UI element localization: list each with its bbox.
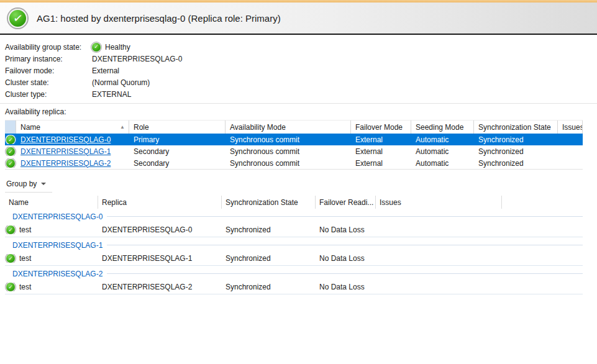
ag-dashboard: ✓ AG1: hosted by dxenterprisesqlag-0 (Re…: [0, 0, 597, 294]
cell-availability-mode: Synchronous commit: [226, 147, 351, 156]
database-row[interactable]: ✓ test DXENTERPRISESQLAG-0 Synchronized …: [5, 223, 583, 237]
summary-label: Primary instance:: [5, 55, 92, 63]
column-header-name[interactable]: Name ▲: [16, 121, 129, 134]
cell-seeding-mode: Automatic: [411, 147, 474, 156]
column-header-name[interactable]: Name: [5, 196, 98, 209]
healthy-check-icon: ✓: [6, 225, 15, 234]
database-group-header-1[interactable]: DXENTERPRISESQLAG-1: [5, 239, 583, 252]
column-header-role[interactable]: Role: [129, 121, 226, 134]
cell-state: ✓: [5, 135, 16, 145]
availability-replica-label: Availability replica:: [5, 107, 592, 116]
cell-replica: DXENTERPRISESQLAG-1: [98, 254, 222, 263]
ag-healthy-check-icon: ✓: [8, 9, 27, 28]
page-title: AG1: hosted by dxenterprisesqlag-0 (Repl…: [37, 13, 281, 24]
cell-replica: DXENTERPRISESQLAG-2: [98, 283, 222, 291]
summary-label: Availability group state:: [5, 43, 92, 52]
summary-value: Healthy: [105, 43, 130, 52]
column-header-seeding-mode[interactable]: Seeding Mode: [411, 121, 474, 134]
replica-table: Name ▲ Role Availability Mode Failover M…: [5, 120, 583, 170]
group-name[interactable]: DXENTERPRISESQLAG-1: [12, 241, 103, 250]
cell-availability-mode: Synchronous commit: [226, 159, 351, 168]
cell-role: Primary: [129, 135, 226, 144]
column-header-replica[interactable]: Replica: [98, 196, 222, 209]
cell-failover-readiness: No Data Loss: [316, 254, 376, 263]
cell-availability-mode: Synchronous commit: [226, 135, 351, 144]
healthy-check-icon: ✓: [6, 159, 15, 168]
cell-failover-readiness: No Data Loss: [316, 283, 376, 291]
summary-label: Cluster type:: [5, 90, 92, 99]
cell-name: DXENTERPRISESQLAG-2: [16, 159, 129, 168]
cell-synchronization-state: Synchronized: [222, 225, 316, 234]
replica-name-link[interactable]: DXENTERPRISESQLAG-2: [21, 159, 111, 168]
cell-synchronization-state: Synchronized: [222, 254, 316, 263]
summary-panel: Availability group state: ✓ Healthy Prim…: [5, 41, 592, 100]
cell-synchronization-state: Synchronized: [474, 135, 558, 144]
column-header-failover-readiness[interactable]: Failover Readi...: [316, 196, 376, 209]
group-by-button[interactable]: Group by: [5, 178, 52, 193]
content: Availability group state: ✓ Healthy Prim…: [0, 35, 597, 294]
group-name[interactable]: DXENTERPRISESQLAG-2: [12, 270, 103, 278]
column-header-issues[interactable]: Issues: [376, 196, 502, 209]
summary-value: (Normal Quorum): [92, 78, 150, 87]
database-row[interactable]: ✓ test DXENTERPRISESQLAG-1 Synchronized …: [5, 252, 583, 266]
column-header-synchronization-state[interactable]: Synchronization State: [474, 121, 558, 134]
summary-row-primary-instance: Primary instance: DXENTERPRISESQLAG-0: [5, 53, 592, 65]
database-name: test: [19, 254, 31, 263]
database-name: test: [19, 225, 31, 234]
cell-state: ✓: [5, 158, 16, 168]
cell-name: ✓ test: [5, 283, 98, 291]
database-group-header-2[interactable]: DXENTERPRISESQLAG-2: [5, 267, 583, 280]
column-header-availability-mode[interactable]: Availability Mode: [226, 121, 351, 134]
cell-name: DXENTERPRISESQLAG-0: [16, 135, 129, 144]
group-rule: [107, 245, 583, 245]
cell-seeding-mode: Automatic: [411, 135, 474, 144]
summary-value: EXTERNAL: [92, 90, 131, 99]
cell-synchronization-state: Synchronized: [474, 147, 558, 156]
cell-role: Secondary: [129, 147, 226, 156]
healthy-check-icon: ✓: [6, 254, 15, 263]
cell-role: Secondary: [129, 159, 226, 168]
column-header-failover-mode[interactable]: Failover Mode: [351, 121, 411, 134]
cell-name: ✓ test: [5, 225, 98, 234]
summary-row-failover-mode: Failover mode: External: [5, 65, 592, 76]
cell-failover-mode: External: [351, 159, 411, 168]
replica-table-header: Name ▲ Role Availability Mode Failover M…: [5, 121, 583, 134]
summary-value-wrap: ✓ Healthy: [92, 43, 130, 52]
summary-label: Cluster state:: [5, 78, 92, 87]
healthy-check-icon: ✓: [6, 283, 15, 291]
summary-value: External: [92, 66, 119, 75]
group-rule: [107, 273, 583, 274]
column-header-spacer: [502, 196, 583, 209]
replica-name-link[interactable]: DXENTERPRISESQLAG-0: [21, 135, 111, 144]
cell-name: DXENTERPRISESQLAG-1: [16, 147, 129, 156]
cell-name: ✓ test: [5, 254, 98, 263]
column-header-label: Name: [21, 123, 40, 132]
summary-row-cluster-type: Cluster type: EXTERNAL: [5, 88, 592, 100]
section-divider: [0, 103, 597, 104]
database-table: Name Replica Synchronization State Failo…: [5, 196, 583, 294]
database-row[interactable]: ✓ test DXENTERPRISESQLAG-2 Synchronized …: [5, 280, 583, 294]
cell-synchronization-state: Synchronized: [474, 159, 558, 168]
cell-replica: DXENTERPRISESQLAG-0: [98, 225, 222, 234]
state-icon-column-header[interactable]: [5, 121, 16, 134]
cell-failover-readiness: No Data Loss: [316, 225, 376, 234]
replica-name-link[interactable]: DXENTERPRISESQLAG-1: [21, 147, 111, 156]
healthy-check-icon: ✓: [6, 135, 15, 144]
sort-ascending-icon: ▲: [120, 124, 125, 130]
cell-state: ✓: [5, 147, 16, 157]
replica-row-1[interactable]: ✓ DXENTERPRISESQLAG-1 Secondary Synchron…: [5, 145, 583, 157]
column-header-synchronization-state[interactable]: Synchronization State: [222, 196, 316, 209]
healthy-check-icon: ✓: [6, 147, 15, 156]
group-name[interactable]: DXENTERPRISESQLAG-0: [12, 212, 103, 221]
cell-failover-mode: External: [351, 147, 411, 156]
summary-label: Failover mode:: [5, 66, 92, 75]
cell-failover-mode: External: [351, 135, 411, 144]
summary-row-group-state: Availability group state: ✓ Healthy: [5, 41, 592, 53]
healthy-check-icon: ✓: [92, 43, 101, 52]
database-group-header-0[interactable]: DXENTERPRISESQLAG-0: [5, 210, 583, 223]
replica-row-0[interactable]: ✓ DXENTERPRISESQLAG-0 Primary Synchronou…: [5, 134, 583, 145]
column-header-issues[interactable]: Issues: [558, 121, 583, 134]
chevron-down-icon: [41, 183, 46, 185]
replica-row-2[interactable]: ✓ DXENTERPRISESQLAG-2 Secondary Synchron…: [5, 157, 583, 169]
summary-row-cluster-state: Cluster state: (Normal Quorum): [5, 76, 592, 88]
